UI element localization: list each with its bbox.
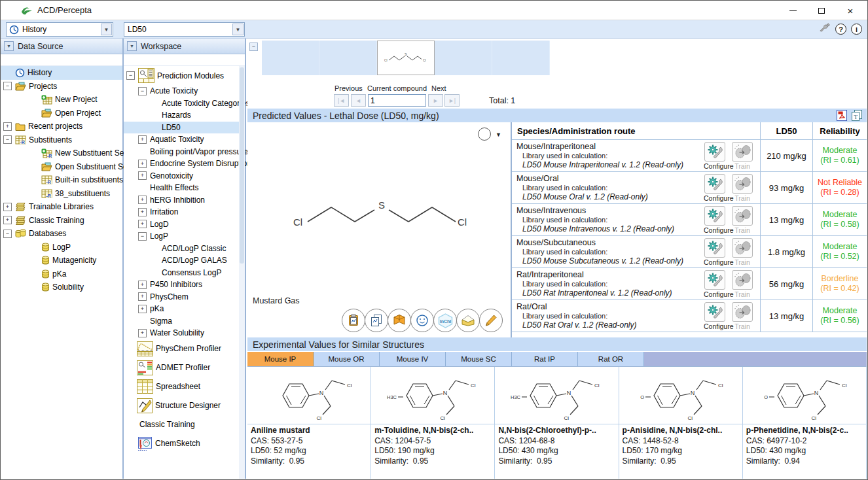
display-mode-circle[interactable]	[478, 128, 491, 141]
tree-item-physchem-profiler[interactable]: PhysChem Profiler	[124, 339, 245, 358]
tree-item-physchem[interactable]: +PhysChem	[124, 291, 245, 303]
tree-item-chemsketch[interactable]: ChemSketch	[124, 434, 245, 453]
configure-button[interactable]: Configure	[704, 270, 726, 298]
tree-item-substituents[interactable]: −-RSubstituents	[1, 133, 122, 147]
current-compound-input[interactable]	[368, 94, 426, 107]
expander-toggle[interactable]: +	[3, 216, 12, 224]
similar-structure-card-p-anisidine-n-n-bis-2-chl[interactable]: N Cl Cl Op-Anisidine, N,N-bis(2-chl..CAS…	[619, 367, 743, 479]
maximize-button[interactable]	[807, 1, 836, 20]
expander-toggle[interactable]: −	[126, 71, 135, 80]
train-button[interactable]: Train	[731, 302, 753, 330]
tree-item-acd-logp-classic[interactable]: ACD/LogP Classic	[124, 243, 245, 255]
similar-structure-card-p-phenetidine-n-n-bis-2-c[interactable]: N Cl Cl Op-Phenetidine, N,N-bis(2-c..CAS…	[743, 367, 867, 479]
tree-item-p450-inhibitors[interactable]: +P450 Inhibitors	[124, 279, 245, 291]
tree-item-logp[interactable]: LogP	[1, 241, 122, 254]
tree-item-aquatic-toxicity[interactable]: +Aquatic Toxicity	[124, 133, 245, 146]
strip-cell[interactable]	[319, 41, 377, 75]
info-icon[interactable]: i	[851, 24, 862, 35]
expander-toggle[interactable]: +	[138, 196, 147, 204]
settings-wrench-icon[interactable]	[819, 23, 831, 35]
dictionary-button[interactable]	[388, 309, 411, 332]
tree-item-recent-projects[interactable]: +Recent projects	[1, 120, 122, 133]
tree-item-built-in-substituents[interactable]: -RBuilt-in substituents	[1, 173, 122, 187]
export-pdf-icon[interactable]	[836, 109, 848, 124]
next-compound-button[interactable]: ►	[428, 94, 443, 107]
tree-item-hazards[interactable]: Hazards	[124, 109, 245, 122]
tree-item-38-substituents[interactable]: -R38_substituents	[1, 187, 122, 201]
copy-structure-button[interactable]	[365, 309, 388, 332]
tree-item-genotoxicity[interactable]: +Genotoxicity	[124, 170, 245, 182]
history-dropdown[interactable]: History ▼	[6, 22, 113, 37]
tree-item-logp[interactable]: −LogP	[124, 230, 245, 243]
tree-item-open-substituent-set[interactable]: Open Substituent Set	[1, 160, 122, 174]
tab-rat-or[interactable]: Rat OR	[578, 352, 644, 366]
tree-item-health-effects[interactable]: Health Effects	[124, 182, 245, 194]
configure-button[interactable]: Configure	[704, 238, 726, 266]
help-icon[interactable]: ?	[835, 24, 846, 35]
configure-button[interactable]: Configure	[704, 206, 726, 234]
chevron-down-icon[interactable]: ▼	[101, 24, 112, 35]
expander-toggle[interactable]: +	[138, 292, 147, 301]
expander-toggle[interactable]: +	[138, 305, 147, 313]
tree-item-boiling-point-vapor-pressure[interactable]: Boiling point/Vapor pressure	[124, 146, 245, 158]
tree-item-prediction-modules[interactable]: −Prediction Modules	[124, 66, 245, 85]
tree-item-open-project[interactable]: Open Project	[1, 107, 122, 120]
strip-cell[interactable]	[262, 41, 319, 75]
workspace-filter-row[interactable]	[124, 54, 245, 66]
expander-toggle[interactable]: +	[138, 160, 147, 168]
module-dropdown[interactable]: LD50 ▼	[124, 22, 245, 37]
expander-toggle[interactable]: +	[3, 122, 12, 131]
configure-button[interactable]: Configure	[704, 142, 726, 170]
tree-item-endocrine-system-disruption[interactable]: +Endocrine System Disruption	[124, 158, 245, 170]
current-compound-thumbnail[interactable]: Cl S Cl	[377, 41, 435, 75]
export-structure-button[interactable]	[456, 309, 480, 332]
expander-toggle[interactable]: −	[3, 82, 12, 90]
expander-toggle[interactable]: +	[138, 329, 147, 337]
tree-item-admet-profiler[interactable]: ADMET Profiler	[124, 358, 245, 377]
train-button[interactable]: Train	[731, 238, 753, 266]
configure-button[interactable]: Configure	[704, 174, 726, 202]
tree-item-logd[interactable]: +LogD	[124, 218, 245, 231]
chevron-down-icon[interactable]: ▼	[232, 24, 244, 35]
paste-structure-button[interactable]	[342, 309, 365, 332]
tab-mouse-sc[interactable]: Mouse SC	[446, 352, 512, 366]
tree-item-mutagenicity[interactable]: Mutagenicity	[1, 254, 122, 267]
expander-toggle[interactable]: +	[138, 220, 147, 228]
tree-item-classic-training[interactable]: Classic Training	[124, 415, 245, 434]
train-button[interactable]: Train	[731, 174, 753, 202]
tree-item-spreadsheet[interactable]: Spreadsheet	[124, 377, 245, 396]
first-compound-button[interactable]: |◄	[334, 94, 349, 107]
collapse-strip-button[interactable]: −	[249, 43, 258, 51]
tree-item-water-solubility[interactable]: +Water Solubility	[124, 327, 245, 339]
panel-menu-icon[interactable]: ▼	[127, 41, 137, 51]
data-source-filter-row[interactable]	[1, 54, 122, 66]
chevron-down-icon[interactable]: ▼	[496, 131, 501, 138]
workspace-scrollbar[interactable]	[239, 66, 245, 479]
train-button[interactable]: Train	[731, 142, 753, 170]
similar-structure-card-aniline-mustard[interactable]: N Cl Cl Aniline mustardCAS: 553-27-5LD50…	[247, 367, 371, 479]
similar-structure-card-m-toluidine-n-n-bis-2-ch[interactable]: N Cl Cl H3Cm-Toluidine, N,N-bis(2-ch..CA…	[371, 367, 495, 479]
tree-item-new-substituent-set[interactable]: -RNew Substituent Set	[1, 146, 122, 160]
train-button[interactable]: Train	[731, 270, 753, 298]
train-button[interactable]: Train	[731, 206, 753, 234]
expander-toggle[interactable]: +	[138, 208, 147, 216]
tab-mouse-iv[interactable]: Mouse IV	[380, 352, 446, 366]
tree-item-projects[interactable]: −Projects	[1, 80, 122, 94]
tree-item-new-project[interactable]: New Project	[1, 93, 122, 107]
close-button[interactable]: ×	[836, 1, 865, 20]
tree-item-classic-training[interactable]: +Classic Training	[1, 214, 122, 228]
expander-toggle[interactable]: −	[3, 230, 12, 238]
tree-item-consensus-logp[interactable]: Consensus LogP	[124, 267, 245, 279]
tree-item-herg-inhibition[interactable]: +hERG Inhibition	[124, 194, 245, 207]
copy-report-icon[interactable]: T	[851, 109, 863, 124]
tree-item-solubility[interactable]: Solubility	[1, 281, 122, 294]
strip-cell[interactable]	[435, 41, 492, 75]
configure-button[interactable]: Configure	[704, 302, 726, 330]
tab-mouse-or[interactable]: Mouse OR	[314, 352, 380, 366]
tab-rat-ip[interactable]: Rat IP	[512, 352, 578, 366]
last-compound-button[interactable]: ►|	[444, 94, 460, 107]
smiles-button[interactable]	[410, 309, 434, 332]
tree-item-pka[interactable]: +pKa	[124, 303, 245, 315]
minimize-button[interactable]	[778, 1, 807, 20]
expander-toggle[interactable]: +	[138, 281, 147, 289]
